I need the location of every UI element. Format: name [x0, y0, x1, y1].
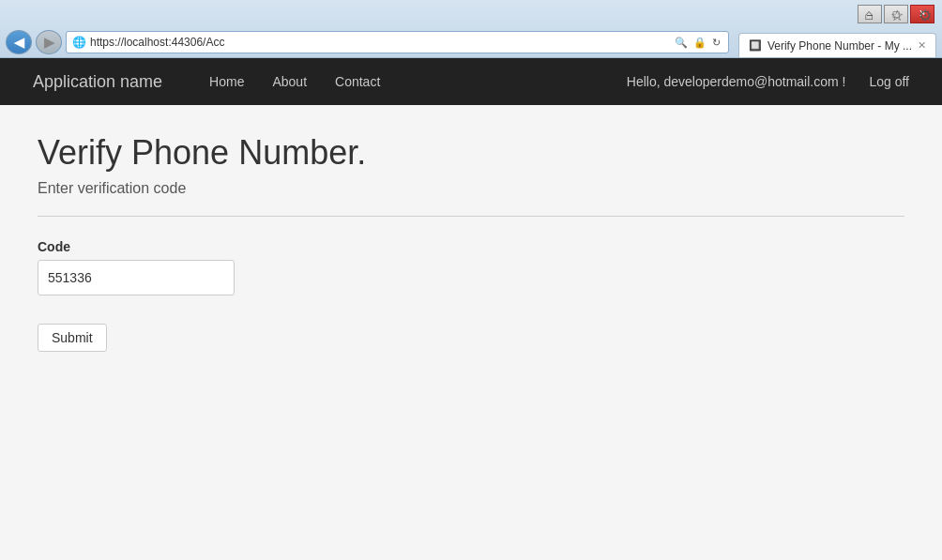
tab-close-button[interactable]: ✕: [918, 39, 926, 52]
app-nav-right: Hello, developerdemo@hotmail.com ! Log o…: [617, 74, 923, 89]
tab-favicon: 🔲: [749, 39, 762, 52]
code-input[interactable]: [38, 260, 235, 295]
home-icon[interactable]: ⌂: [858, 4, 880, 26]
page-icon: 🌐: [72, 36, 86, 49]
main-content: Verify Phone Number. Enter verification …: [0, 105, 942, 560]
tab-title: Verify Phone Number - My ...: [767, 39, 912, 53]
submit-button[interactable]: Submit: [38, 324, 107, 352]
browser-chrome: – □ ✕ ◀ ▶ 🌐 https://localhost:44306/Acc …: [0, 0, 942, 58]
settings-icon[interactable]: ⚙: [914, 4, 936, 26]
page-title: Verify Phone Number.: [38, 133, 904, 173]
app-nav: Application name Home About Contact Hell…: [0, 58, 942, 105]
nav-bar: ◀ ▶ 🌐 https://localhost:44306/Acc 🔍 🔒 ↻ …: [0, 27, 942, 57]
browser-toolbar-right: ⌂ ☆ ⚙: [858, 0, 936, 30]
url-text: https://localhost:44306/Acc: [90, 36, 669, 49]
user-greeting: Hello, developerdemo@hotmail.com !: [617, 74, 856, 89]
favorites-icon[interactable]: ☆: [886, 4, 908, 26]
nav-link-contact[interactable]: Contact: [321, 58, 394, 105]
code-form-group: Code: [38, 239, 904, 295]
forward-button[interactable]: ▶: [36, 30, 62, 54]
address-bar[interactable]: 🌐 https://localhost:44306/Acc 🔍 🔒 ↻: [66, 31, 729, 53]
refresh-icon[interactable]: ↻: [710, 37, 722, 49]
back-button[interactable]: ◀: [6, 30, 32, 54]
address-bar-actions: 🔍 🔒 ↻: [673, 37, 722, 49]
lock-icon: 🔒: [691, 37, 708, 49]
nav-link-home[interactable]: Home: [195, 58, 258, 105]
code-label: Code: [38, 239, 904, 254]
page-subtitle: Enter verification code: [38, 180, 904, 197]
title-bar: – □ ✕: [0, 0, 942, 27]
app-brand[interactable]: Application name: [19, 72, 176, 92]
logoff-link[interactable]: Log off: [855, 74, 923, 89]
search-icon[interactable]: 🔍: [673, 37, 690, 49]
nav-link-about[interactable]: About: [258, 58, 321, 105]
divider: [38, 216, 904, 217]
browser-tab[interactable]: 🔲 Verify Phone Number - My ... ✕: [738, 33, 936, 57]
